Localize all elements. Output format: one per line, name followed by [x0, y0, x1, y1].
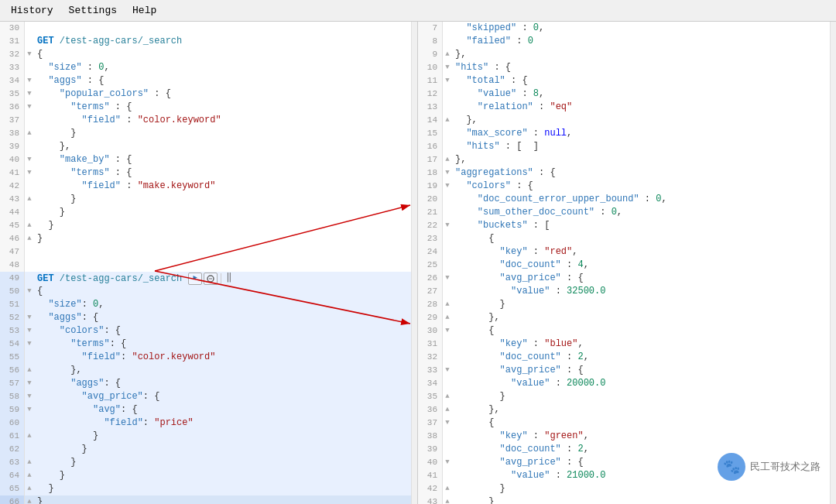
code-content: "sum_other_doc_count" : 0, [452, 206, 836, 219]
fold-icon[interactable]: ▲ [443, 482, 452, 495]
table-row: 43▲ } [418, 495, 836, 504]
fold-icon[interactable]: ▲ [443, 298, 452, 311]
fold-icon[interactable]: ▼ [25, 74, 34, 87]
fold-icon[interactable]: ▼ [25, 311, 34, 324]
fold-icon[interactable]: ▼ [25, 390, 34, 403]
fold-icon[interactable]: ▲ [25, 364, 34, 377]
right-scrollbar[interactable] [830, 22, 836, 504]
fold-icon[interactable]: ▲ [25, 456, 34, 469]
fold-icon[interactable]: ▼ [25, 153, 34, 166]
line-number: 42 [418, 482, 443, 495]
code-content: "size" : 0, [34, 61, 417, 74]
fold-icon[interactable]: ▼ [443, 456, 452, 469]
table-row: 33 "size" : 0, [0, 61, 417, 74]
line-number: 13 [418, 101, 443, 114]
fold-icon[interactable]: ▼ [443, 417, 452, 430]
left-code-area[interactable]: 3031GET /test-agg-cars/_search32▼{33 "si… [0, 22, 417, 504]
right-code-area[interactable]: 7 "skipped" : 0,8 "failed" : 09▲},10▼"hi… [418, 22, 836, 504]
fold-icon[interactable]: ▲ [443, 311, 452, 324]
code-content: "doc_count_error_upper_bound" : 0, [452, 193, 836, 206]
line-number: 14 [418, 114, 443, 127]
table-row: 22▼ "buckets" : [ [418, 219, 836, 232]
fold-icon[interactable]: ▼ [25, 101, 34, 114]
line-number: 7 [418, 22, 443, 35]
code-content: }, [452, 48, 836, 61]
code-content: "hits" : [ ] [452, 140, 836, 153]
menu-history[interactable]: History [3, 2, 61, 19]
fold-icon[interactable]: ▲ [25, 232, 34, 245]
left-scrollbar[interactable] [411, 22, 417, 504]
code-content: "value" : 20000.0 [452, 377, 836, 390]
fold-icon[interactable]: ▲ [25, 430, 34, 443]
table-row: 48 [0, 259, 417, 272]
table-row: 47 [0, 245, 417, 259]
code-content: "doc_count" : 2, [452, 351, 836, 364]
line-number: 21 [418, 206, 443, 219]
code-content: } [34, 193, 417, 206]
fold-icon[interactable]: ▼ [443, 219, 452, 232]
fold-icon[interactable]: ▼ [25, 48, 34, 61]
code-content: "avg": { [34, 403, 417, 417]
fold-icon[interactable]: ▼ [443, 272, 452, 285]
fold-icon[interactable]: ▲ [25, 469, 34, 482]
table-row: 21 "sum_other_doc_count" : 0, [418, 206, 836, 219]
menu-help[interactable]: Help [125, 2, 164, 19]
line-number: 12 [418, 87, 443, 101]
fold-icon[interactable]: ▲ [25, 219, 34, 232]
line-number: 43 [0, 193, 25, 206]
line-number: 32 [0, 48, 25, 61]
fold-icon[interactable]: ▲ [443, 390, 452, 403]
fold-icon[interactable]: ▲ [25, 127, 34, 140]
fold-icon[interactable]: ▼ [25, 166, 34, 180]
fold-icon[interactable]: ▲ [443, 114, 452, 127]
table-row: 42 "field" : "make.keyword" [0, 180, 417, 193]
wrench-button[interactable] [204, 273, 218, 285]
fold-icon[interactable]: ▼ [25, 338, 34, 351]
table-row: 63▲ } [0, 456, 417, 469]
pipe-button[interactable]: ‖ [224, 272, 233, 285]
fold-icon[interactable]: ▼ [25, 377, 34, 390]
menu-settings[interactable]: Settings [61, 2, 125, 19]
fold-icon[interactable]: ▲ [443, 495, 452, 504]
code-content: }, [452, 311, 836, 324]
fold-icon[interactable]: ▲ [443, 153, 452, 166]
table-row: 43▲ } [0, 193, 417, 206]
fold-icon[interactable]: ▼ [443, 324, 452, 338]
code-content: }, [34, 140, 417, 153]
line-number: 49 [0, 272, 25, 285]
code-content: { [452, 324, 836, 338]
line-number: 46 [0, 232, 25, 245]
fold-icon[interactable]: ▼ [25, 403, 34, 417]
line-number: 19 [418, 180, 443, 193]
code-content: "colors" : { [452, 180, 836, 193]
table-row: 53▼ "colors": { [0, 324, 417, 338]
fold-icon[interactable]: ▼ [443, 61, 452, 74]
table-row: 44 } [0, 206, 417, 219]
code-content: } [34, 482, 417, 495]
line-number: 55 [0, 351, 25, 364]
fold-icon[interactable]: ▲ [443, 403, 452, 417]
fold-icon[interactable]: ▼ [25, 285, 34, 298]
line-number: 33 [418, 364, 443, 377]
fold-icon[interactable]: ▼ [443, 364, 452, 377]
line-number: 11 [418, 74, 443, 87]
fold-icon[interactable]: ▼ [443, 74, 452, 87]
run-button[interactable]: ▶ [188, 273, 202, 285]
fold-icon[interactable]: ▼ [25, 87, 34, 101]
line-number: 58 [0, 390, 25, 403]
fold-icon[interactable]: ▲ [25, 482, 34, 495]
fold-icon[interactable]: ▼ [443, 166, 452, 180]
code-content: "aggs": { [34, 377, 417, 390]
line-number: 30 [0, 22, 25, 35]
fold-icon[interactable]: ▲ [25, 193, 34, 206]
fold-icon[interactable]: ▲ [443, 48, 452, 61]
line-number: 33 [0, 61, 25, 74]
code-content: } [34, 206, 417, 219]
code-content: }, [34, 364, 417, 377]
toolbar-separator [221, 273, 221, 284]
fold-icon[interactable]: ▼ [443, 180, 452, 193]
table-row: 29▲ }, [418, 311, 836, 324]
right-code-lines: 7 "skipped" : 0,8 "failed" : 09▲},10▼"hi… [418, 22, 836, 504]
fold-icon[interactable]: ▼ [25, 324, 34, 338]
fold-icon[interactable]: ▲ [25, 495, 34, 504]
